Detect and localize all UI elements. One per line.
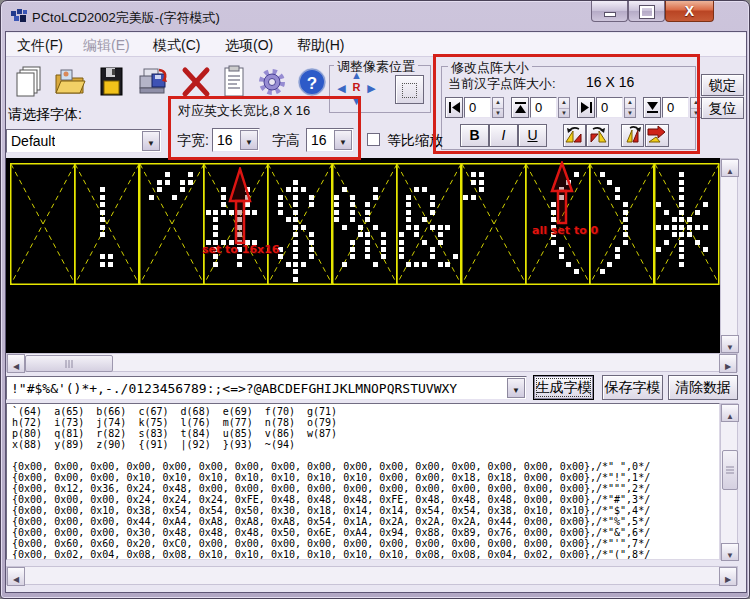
pixel-dot: [695, 240, 700, 245]
output-scroll-right-button[interactable]: ▶: [719, 567, 737, 586]
preview-cell-10[interactable]: [654, 163, 719, 285]
menu-item-options[interactable]: 选项(O): [221, 36, 277, 56]
output-scroll-down-button[interactable]: ▼: [721, 543, 739, 561]
pixel-dot: [100, 195, 105, 200]
preview-area[interactable]: [6, 158, 720, 353]
preview-scroll-left-button[interactable]: ◀: [7, 354, 25, 373]
pixel-dot: [309, 195, 314, 200]
pixel-dot: [623, 217, 628, 222]
annotation-box-ratio: [168, 96, 361, 160]
preview-cell-2[interactable]: [139, 163, 204, 285]
pixel-dot: [381, 247, 386, 252]
new-icon: [9, 62, 47, 104]
preview-vscrollbar[interactable]: ▲ ▼: [720, 158, 738, 353]
new-button[interactable]: [9, 62, 49, 104]
pixel-dot: [213, 217, 218, 222]
pixel-dot: [373, 187, 378, 192]
preview-cell-4[interactable]: [267, 163, 332, 285]
scale-checkbox[interactable]: [367, 133, 380, 146]
pixel-dot: [479, 187, 484, 192]
pixel-frame-button[interactable]: [395, 75, 424, 104]
output-line: x(88) y(89) z(90) {(91) |(92) }(93) ~(94…: [12, 439, 719, 450]
output-area[interactable]: `(64) a(65) b(66) c(67) d(68) e(69) f(70…: [6, 403, 720, 560]
preview-cell-6[interactable]: [396, 163, 461, 285]
pixel-dot: [615, 187, 620, 192]
preview-cell-5[interactable]: [332, 163, 397, 285]
preview-cell-7[interactable]: [461, 163, 526, 285]
save-font-button[interactable]: 保存字模: [602, 375, 663, 400]
output-scroll-left-button[interactable]: ◀: [7, 567, 25, 586]
title-bar[interactable]: PCtoLCD2002完美版-(字符模式) X: [1, 1, 750, 31]
pixel-position-title: 调整像素位置: [334, 58, 418, 76]
pixel-dot: [334, 210, 339, 215]
lock-button[interactable]: 锁定: [701, 74, 744, 96]
pixel-dot: [600, 269, 605, 274]
pixel-dot: [672, 232, 677, 237]
pixel-dot: [406, 262, 411, 267]
font-select[interactable]: Default ▼: [6, 129, 162, 153]
grip-icon: [726, 467, 734, 474]
window: PCtoLCD2002完美版-(字符模式) X 文件(F) 编辑(E) 模式(C…: [0, 0, 750, 599]
output-hscrollbar[interactable]: ◀ ▶: [6, 566, 738, 585]
preview-scroll-down-button[interactable]: ▼: [721, 335, 739, 353]
annotation-all-set-to-0: all set to 0: [532, 224, 598, 237]
pixel-dot: [278, 202, 283, 207]
preview-hscrollbar[interactable]: ◀ ▶: [6, 353, 738, 372]
font-select-label: 请选择字体:: [8, 106, 82, 124]
pixel-dot: [445, 262, 450, 267]
generate-button[interactable]: 生成字模: [533, 375, 594, 400]
menu-item-file[interactable]: 文件(F): [13, 36, 67, 56]
preview-scroll-up-button[interactable]: ▲: [721, 159, 739, 177]
menu-item-mode[interactable]: 模式(C): [149, 36, 204, 56]
preview-cell-9[interactable]: [589, 163, 654, 285]
pixel-dot: [430, 247, 435, 252]
pixel-dot: [623, 202, 628, 207]
pixel-dot: [350, 195, 355, 200]
open-button[interactable]: [51, 62, 91, 104]
pixel-dot: [213, 225, 218, 230]
char-strip-select[interactable]: !"#$%&'()*+,-./0123456789:;<=>?@ABCDEFGH…: [6, 376, 527, 400]
char-strip-drop-button[interactable]: ▼: [507, 378, 525, 398]
pixel-dot: [703, 225, 708, 230]
output-line: {0x00, 0x00, 0x00, 0x00, 0x00, 0x00, 0x0…: [12, 461, 719, 472]
output-vscrollbar[interactable]: ▲ ▼: [720, 403, 738, 560]
output-scroll-up-button[interactable]: ▲: [721, 404, 739, 422]
preview-hscroll-thumb[interactable]: [25, 355, 113, 372]
output-vscroll-thumb[interactable]: [722, 450, 738, 490]
output-line: {0x00, 0x00, 0x00, 0x24, 0x24, 0x24, 0xF…: [12, 494, 719, 505]
minimize-button[interactable]: [591, 1, 628, 22]
annotation-box-matrix: [433, 54, 700, 154]
pixel-dot: [679, 195, 684, 200]
pixel-reset-button[interactable]: R: [350, 81, 363, 94]
pixel-dot: [206, 210, 211, 215]
font-select-drop-button[interactable]: ▼: [142, 131, 160, 151]
preview-scroll-right-button[interactable]: ▶: [719, 354, 737, 373]
pixel-dot: [309, 254, 314, 259]
chevron-down-icon: ▼: [512, 386, 520, 395]
pixel-dot: [566, 262, 571, 267]
menu-item-help[interactable]: 帮助(H): [293, 36, 348, 56]
pixel-dot: [365, 210, 370, 215]
pixel-dot: [687, 225, 692, 230]
pixel-dot: [301, 262, 306, 267]
save-button-icon[interactable]: [93, 62, 133, 104]
output-line: h(72) i(73) j(74) k(75) l(76) m(77) n(78…: [12, 417, 719, 428]
pixel-left-button[interactable]: ◀: [334, 82, 349, 95]
pixel-dot: [559, 254, 564, 259]
reset-button[interactable]: 复位: [701, 97, 744, 119]
pixel-dot: [607, 262, 612, 267]
clear-button[interactable]: 清除数据: [668, 375, 738, 400]
maximize-button[interactable]: [628, 1, 665, 22]
close-button[interactable]: X: [665, 1, 714, 22]
svg-text:?: ?: [307, 74, 317, 93]
pixel-dot: [293, 247, 298, 252]
preview-cell-0[interactable]: [10, 163, 75, 285]
pixel-dot: [350, 217, 355, 222]
preview-cell-1[interactable]: [74, 163, 139, 285]
cell-grid: [10, 163, 76, 285]
pixel-dot: [574, 269, 579, 274]
pixel-dot: [422, 262, 427, 267]
pixel-dot: [406, 195, 411, 200]
pixel-right-button[interactable]: ▶: [364, 82, 379, 95]
pixel-dot: [679, 262, 684, 267]
